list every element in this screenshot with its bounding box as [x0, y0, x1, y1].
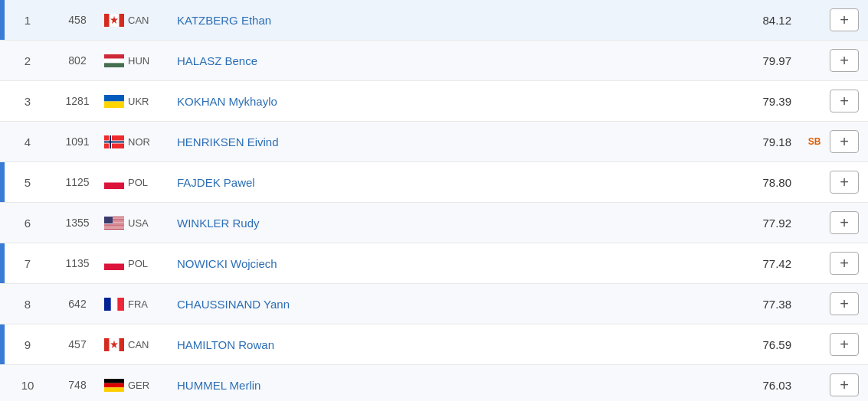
bib-cell: 1135: [51, 257, 104, 269]
country-code-label: USA: [128, 217, 149, 229]
country-flag-icon: [104, 338, 124, 351]
country-code-label: POL: [128, 258, 148, 269]
svg-rect-25: [104, 257, 124, 264]
score-cell: 78.80: [722, 176, 799, 189]
add-button[interactable]: +: [830, 252, 859, 275]
score-cell: 84.12: [722, 14, 799, 27]
svg-rect-32: [120, 338, 125, 351]
rank-cell: 4: [5, 135, 51, 148]
athlete-name: KOKHAN Mykhaylo: [173, 95, 722, 108]
country-cell: HUN: [104, 54, 173, 67]
add-button[interactable]: +: [830, 171, 859, 194]
svg-rect-24: [104, 217, 113, 223]
svg-rect-36: [104, 387, 124, 392]
score-cell: 76.03: [722, 379, 799, 392]
rank-cell: 1: [5, 14, 51, 27]
bib-cell: 802: [51, 54, 104, 67]
country-flag-icon: [104, 176, 124, 189]
country-code-label: POL: [128, 177, 148, 188]
add-button[interactable]: +: [830, 211, 859, 234]
score-cell: 77.38: [722, 298, 799, 311]
score-cell: 79.18: [722, 135, 799, 148]
country-cell: FRA: [104, 298, 173, 311]
svg-rect-34: [104, 379, 124, 383]
add-button[interactable]: +: [830, 90, 859, 112]
svg-rect-31: [104, 338, 110, 351]
add-button[interactable]: +: [830, 49, 859, 72]
table-row: 10 748 GER HUMMEL Merlin 76.03 +: [0, 365, 868, 401]
table-row: 3 1281 UKR KOKHAN Mykhaylo 79.39 +: [0, 81, 868, 122]
add-button[interactable]: +: [830, 373, 859, 396]
athlete-name: HALASZ Bence: [173, 54, 722, 67]
country-code-label: CAN: [128, 339, 149, 350]
svg-rect-14: [104, 141, 124, 142]
svg-rect-22: [104, 225, 124, 226]
score-cell: 79.97: [722, 54, 799, 67]
athlete-name: KATZBERG Ethan: [173, 14, 722, 27]
country-code-label: FRA: [128, 298, 148, 310]
table-row: 8 642 FRA CHAUSSINAND Yann 77.38 +: [0, 284, 868, 324]
svg-rect-1: [104, 14, 110, 27]
country-cell: UKR: [104, 95, 173, 108]
athlete-name: FAJDEK Pawel: [173, 176, 722, 189]
athlete-name: HAMILTON Rowan: [173, 338, 722, 351]
rank-cell: 8: [5, 298, 51, 311]
country-flag-icon: [104, 135, 124, 148]
bib-cell: 642: [51, 298, 104, 310]
country-code-label: NOR: [128, 136, 150, 148]
country-flag-icon: [104, 54, 124, 67]
svg-rect-35: [104, 383, 124, 387]
table-row: 6 1355 USA WINKLER Rudy 77.92 +: [0, 203, 868, 243]
bib-cell: 1091: [51, 135, 104, 148]
add-button[interactable]: +: [830, 8, 859, 31]
svg-rect-2: [120, 14, 125, 27]
country-flag-icon: [104, 95, 124, 108]
svg-rect-23: [104, 227, 124, 228]
table-row: 2 802 HUN HALASZ Bence 79.97 +: [0, 41, 868, 81]
table-row: 4 1091 NOR HENRIKSEN Eivind 79.18 SB +: [0, 122, 868, 162]
country-flag-icon: [104, 14, 124, 27]
svg-rect-21: [104, 223, 124, 224]
country-flag-icon: [104, 379, 124, 392]
country-code-label: GER: [128, 380, 149, 391]
add-button[interactable]: +: [830, 292, 859, 315]
bib-cell: 1281: [51, 95, 104, 107]
athlete-name: NOWICKI Wojciech: [173, 257, 722, 270]
country-code-label: CAN: [128, 15, 149, 26]
athlete-name: HENRIKSEN Eivind: [173, 135, 722, 148]
rank-cell: 10: [5, 379, 51, 392]
rank-cell: 5: [5, 176, 51, 189]
table-row: 7 1135 POL NOWICKI Wojciech 77.42 +: [0, 243, 868, 284]
bib-cell: 1125: [51, 176, 104, 188]
bib-cell: 1355: [51, 217, 104, 229]
score-cell: 79.39: [722, 95, 799, 108]
bib-cell: 748: [51, 379, 104, 391]
svg-rect-15: [104, 176, 124, 183]
country-cell: POL: [104, 176, 173, 189]
add-button[interactable]: +: [830, 130, 859, 153]
athlete-name: WINKLER Rudy: [173, 217, 722, 230]
results-table: 1 458 CAN KATZBERG Ethan 84.12 + 2 802 H…: [0, 0, 868, 401]
country-cell: NOR: [104, 135, 173, 148]
svg-rect-9: [104, 101, 124, 108]
country-code-label: HUN: [128, 55, 149, 67]
country-cell: POL: [104, 257, 173, 270]
svg-rect-29: [117, 298, 124, 311]
country-code-label: UKR: [128, 96, 149, 107]
athlete-name: HUMMEL Merlin: [173, 379, 722, 392]
country-flag-icon: [104, 298, 124, 311]
country-flag-icon: [104, 257, 124, 270]
add-button[interactable]: +: [830, 333, 859, 356]
svg-rect-8: [104, 95, 124, 102]
table-row: 5 1125 POL FAJDEK Pawel 78.80 +: [0, 162, 868, 203]
table-row: 9 457 CAN HAMILTON Rowan 76.59 +: [0, 324, 868, 365]
rank-cell: 7: [5, 257, 51, 270]
svg-rect-16: [104, 182, 124, 189]
score-cell: 77.92: [722, 217, 799, 230]
svg-rect-28: [104, 298, 111, 311]
svg-rect-6: [104, 58, 124, 63]
rank-cell: 6: [5, 217, 51, 230]
score-cell: 77.42: [722, 257, 799, 270]
country-cell: GER: [104, 379, 173, 392]
country-cell: CAN: [104, 338, 173, 351]
